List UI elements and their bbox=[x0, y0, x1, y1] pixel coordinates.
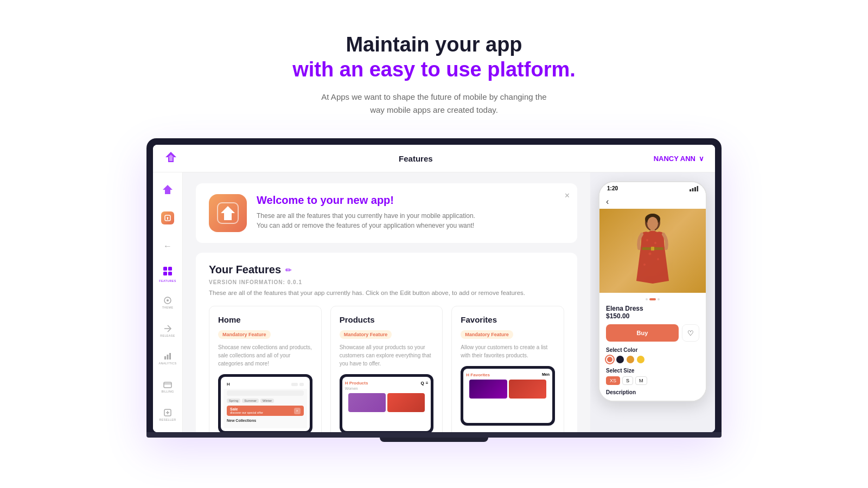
svg-rect-9 bbox=[169, 353, 171, 359]
mandatory-badge-favorites: Mandatory Feature bbox=[461, 330, 513, 339]
select-size-label: Select Size bbox=[606, 368, 699, 374]
svg-point-25 bbox=[643, 264, 646, 266]
dot-3 bbox=[658, 298, 660, 300]
laptop-outer: Features NANCY ANN ∨ bbox=[146, 138, 722, 432]
description-label: Description bbox=[606, 389, 699, 395]
color-orange[interactable] bbox=[627, 356, 634, 363]
heart-icon: ♡ bbox=[687, 329, 694, 337]
chevron-down-icon: ∨ bbox=[699, 155, 704, 163]
svg-point-22 bbox=[654, 242, 656, 244]
products-phone-preview: H Products Q≡ Women bbox=[340, 374, 434, 432]
app-logo bbox=[164, 150, 178, 166]
hero-title-dark: Maintain your app bbox=[0, 33, 868, 57]
home-phone-preview: H S bbox=[218, 374, 312, 432]
color-options bbox=[606, 356, 699, 363]
color-red[interactable] bbox=[606, 356, 614, 363]
feature-card-favorites: Favorites Mandatory Feature Allow your c… bbox=[451, 306, 564, 432]
select-color-label: Select Color bbox=[606, 347, 699, 353]
welcome-text: Welcome to your new app! These are all t… bbox=[257, 194, 484, 230]
main-content: Welcome to your new app! These are all t… bbox=[183, 172, 590, 432]
feature-card-favorites-desc: Allow your customers to create a list wi… bbox=[461, 343, 555, 359]
size-xs[interactable]: XS bbox=[606, 376, 620, 385]
feature-card-favorites-title: Favorites bbox=[461, 315, 555, 324]
heart-button[interactable]: ♡ bbox=[682, 324, 699, 342]
svg-rect-3 bbox=[163, 272, 167, 275]
buy-button[interactable]: Buy bbox=[606, 324, 679, 342]
features-section: Your Features ✏ VERSION INFORMATION: 0.0… bbox=[196, 253, 577, 432]
app-user[interactable]: NANCY ANN ∨ bbox=[654, 155, 704, 163]
feature-card-home: Home Mandatory Feature Shocase new colle… bbox=[209, 306, 322, 432]
sidebar-item-back[interactable]: ← bbox=[158, 237, 177, 255]
hero-section: Maintain your app with an easy to use pl… bbox=[0, 0, 868, 138]
app-header-title: Features bbox=[399, 154, 433, 163]
welcome-app-icon bbox=[209, 194, 247, 232]
svg-rect-7 bbox=[164, 356, 166, 359]
svg-point-19 bbox=[647, 217, 658, 230]
product-price: $150.00 bbox=[606, 312, 699, 320]
color-yellow[interactable] bbox=[637, 356, 644, 363]
sidebar-item-release[interactable]: RELEASE bbox=[158, 322, 177, 339]
size-options: XS S M bbox=[606, 376, 699, 385]
sidebar-item-features[interactable]: FEATURES bbox=[158, 266, 177, 283]
welcome-card: Welcome to your new app! These are all t… bbox=[196, 183, 577, 243]
hero-title-purple: with an easy to use platform. bbox=[0, 57, 868, 82]
mandatory-badge-products: Mandatory Feature bbox=[340, 330, 392, 339]
sidebar-features-label: FEATURES bbox=[159, 279, 176, 282]
svg-rect-14 bbox=[692, 188, 694, 191]
hero-subtitle: At Apps we want to shape the future of m… bbox=[0, 91, 868, 117]
sidebar: ← FEATURES bbox=[153, 172, 183, 432]
phone-time: 1:20 bbox=[607, 185, 618, 191]
feature-cards: Home Mandatory Feature Shocase new colle… bbox=[209, 306, 564, 432]
feature-card-home-title: Home bbox=[218, 315, 312, 324]
size-m[interactable]: M bbox=[635, 376, 647, 385]
back-icon: ‹ bbox=[606, 197, 609, 206]
svg-point-24 bbox=[657, 258, 659, 260]
right-panel: 1:20 ‹ bbox=[590, 172, 715, 432]
favorites-phone-preview: H Favorites Men bbox=[461, 366, 555, 426]
phone-product-info: Elena Dress $150.00 Buy ♡ Select Color bbox=[599, 293, 706, 401]
phone-mockup: 1:20 ‹ bbox=[598, 181, 707, 402]
feature-card-products: Products Mandatory Feature Showcase all … bbox=[330, 306, 443, 432]
feature-card-products-desc: Showcase all your products so your custo… bbox=[340, 343, 434, 368]
svg-rect-8 bbox=[167, 355, 169, 359]
phone-back-button[interactable]: ‹ bbox=[599, 195, 706, 209]
home-phone-screen: H S bbox=[221, 377, 310, 431]
product-image bbox=[599, 209, 706, 293]
feature-card-home-desc: Shocase new collections and products, sa… bbox=[218, 343, 312, 368]
dot-1 bbox=[646, 298, 648, 300]
mandatory-badge-home: Mandatory Feature bbox=[218, 330, 271, 339]
svg-point-23 bbox=[649, 252, 652, 255]
svg-rect-16 bbox=[697, 186, 699, 191]
welcome-description: These are all the features that you curr… bbox=[257, 211, 484, 230]
laptop-mockup: Features NANCY ANN ∨ bbox=[146, 138, 722, 442]
sidebar-item-billing[interactable]: BILLING bbox=[158, 378, 177, 395]
sidebar-item-theme[interactable]: THEME bbox=[158, 294, 177, 311]
sidebar-item-reseller[interactable]: RESELLER bbox=[158, 406, 177, 423]
dot-2 bbox=[649, 298, 656, 300]
sidebar-item-app-icon[interactable] bbox=[158, 209, 177, 227]
svg-rect-4 bbox=[168, 272, 172, 275]
features-description: These are all of the features that your … bbox=[209, 290, 564, 296]
feature-card-products-title: Products bbox=[340, 315, 434, 324]
laptop-stand bbox=[380, 438, 488, 442]
svg-point-6 bbox=[167, 299, 169, 301]
sidebar-item-analytics[interactable]: ANALYTICS bbox=[158, 350, 177, 368]
svg-rect-27 bbox=[651, 247, 654, 251]
svg-rect-13 bbox=[690, 189, 691, 191]
sidebar-item-logo bbox=[158, 181, 177, 198]
product-image-dots bbox=[606, 298, 699, 300]
close-button[interactable]: × bbox=[565, 191, 570, 201]
size-s[interactable]: S bbox=[622, 376, 633, 385]
features-title: Your Features bbox=[209, 264, 281, 276]
product-image-area bbox=[599, 209, 706, 293]
welcome-heading: Welcome to your new app! bbox=[257, 194, 484, 207]
edit-icon[interactable]: ✏ bbox=[285, 266, 292, 274]
version-info: VERSION INFORMATION: 0.0.1 bbox=[209, 279, 564, 285]
products-phone-screen: H Products Q≡ Women bbox=[342, 377, 431, 431]
svg-rect-2 bbox=[168, 267, 172, 271]
app-header: Features NANCY ANN ∨ bbox=[153, 145, 715, 172]
product-name: Elena Dress bbox=[606, 305, 699, 312]
color-black[interactable] bbox=[616, 356, 624, 363]
product-actions: Buy ♡ bbox=[606, 324, 699, 342]
svg-rect-15 bbox=[694, 187, 696, 191]
